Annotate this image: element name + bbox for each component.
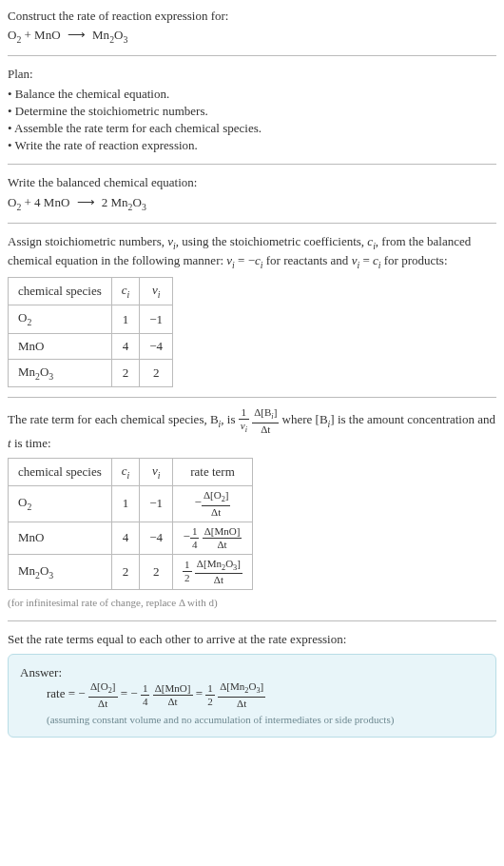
cell-species: O2 xyxy=(9,486,112,522)
cell-rate: −14 Δ[MnO]Δt xyxy=(173,522,253,554)
balanced-section: Write the balanced chemical equation: O2… xyxy=(8,174,496,212)
plan-list: Balance the chemical equation. Determine… xyxy=(8,86,496,155)
cell-c: 2 xyxy=(111,554,140,590)
cell-species: O2 xyxy=(9,305,112,333)
unbalanced-equation: O2 + MnO ⟶ Mn2O3 xyxy=(8,27,496,46)
stoich-table: chemical species ci νi O2 1 −1 MnO 4 −4 … xyxy=(8,277,173,387)
col-nu: νi xyxy=(140,458,173,485)
divider xyxy=(8,164,496,165)
cell-nu: −4 xyxy=(140,333,173,359)
divider xyxy=(8,620,496,621)
cell-c: 1 xyxy=(111,305,140,333)
rateterm-intro: The rate term for each chemical species,… xyxy=(8,407,496,452)
fraction: Δ[Bi]Δt xyxy=(252,407,279,435)
cell-rate: 12 Δ[Mn2O3]Δt xyxy=(173,554,253,590)
col-species: chemical species xyxy=(9,458,112,485)
reaction-arrow-icon: ⟶ xyxy=(73,194,99,211)
cell-c: 1 xyxy=(111,486,140,522)
divider xyxy=(8,223,496,224)
cell-species: MnO xyxy=(9,522,112,554)
rate-expression: rate = − Δ[O2]Δt = − 14 Δ[MnO]Δt = 12 Δ[… xyxy=(47,681,484,709)
cell-c: 2 xyxy=(111,359,140,386)
plan-title: Plan: xyxy=(8,66,496,83)
rateterm-section: The rate term for each chemical species,… xyxy=(8,407,496,611)
balanced-equation: O2 + 4 MnO ⟶ 2 Mn2O3 xyxy=(8,194,496,213)
table-row: Mn2O3 2 2 xyxy=(9,359,173,386)
final-intro: Set the rate terms equal to each other t… xyxy=(8,631,496,648)
reaction-arrow-icon: ⟶ xyxy=(64,27,89,44)
fraction: 1νi xyxy=(239,407,249,435)
table-row: MnO 4 −4 −14 Δ[MnO]Δt xyxy=(9,522,253,554)
col-rate: rate term xyxy=(173,458,253,485)
table-row: O2 1 −1 −Δ[O2]Δt xyxy=(9,486,253,522)
table-row: O2 1 −1 xyxy=(9,305,173,333)
plan-item: Balance the chemical equation. xyxy=(8,86,496,103)
rateterm-table: chemical species ci νi rate term O2 1 −1… xyxy=(8,458,253,590)
cell-species: MnO xyxy=(9,333,112,359)
col-species: chemical species xyxy=(9,278,112,305)
answer-box: Answer: rate = − Δ[O2]Δt = − 14 Δ[MnO]Δt… xyxy=(8,654,496,738)
stoich-section: Assign stoichiometric numbers, νi, using… xyxy=(8,233,496,387)
table-row: Mn2O3 2 2 12 Δ[Mn2O3]Δt xyxy=(9,554,253,590)
cell-c: 4 xyxy=(111,522,140,554)
plan-item: Assemble the rate term for each chemical… xyxy=(8,120,496,137)
table-header-row: chemical species ci νi rate term xyxy=(9,458,253,485)
divider xyxy=(8,55,496,56)
stoich-intro: Assign stoichiometric numbers, νi, using… xyxy=(8,233,496,271)
cell-nu: 2 xyxy=(140,359,173,386)
cell-nu: −1 xyxy=(140,305,173,333)
cell-species: Mn2O3 xyxy=(9,554,112,590)
col-c: ci xyxy=(111,458,140,485)
final-section: Set the rate terms equal to each other t… xyxy=(8,631,496,738)
prompt-section: Construct the rate of reaction expressio… xyxy=(8,8,496,46)
divider xyxy=(8,397,496,398)
cell-species: Mn2O3 xyxy=(9,359,112,386)
table-row: MnO 4 −4 xyxy=(9,333,173,359)
plan-section: Plan: Balance the chemical equation. Det… xyxy=(8,66,496,154)
rate-footnote: (for infinitesimal rate of change, repla… xyxy=(8,596,496,610)
cell-nu: 2 xyxy=(140,554,173,590)
balanced-title: Write the balanced chemical equation: xyxy=(8,174,496,191)
cell-nu: −4 xyxy=(140,522,173,554)
prompt-text: Construct the rate of reaction expressio… xyxy=(8,8,496,25)
plan-item: Determine the stoichiometric numbers. xyxy=(8,103,496,120)
cell-nu: −1 xyxy=(140,486,173,522)
table-header-row: chemical species ci νi xyxy=(9,278,173,305)
answer-note: (assuming constant volume and no accumul… xyxy=(47,713,484,727)
cell-c: 4 xyxy=(111,333,140,359)
answer-label: Answer: xyxy=(20,664,484,681)
col-nu: νi xyxy=(140,278,173,305)
plan-item: Write the rate of reaction expression. xyxy=(8,137,496,154)
col-c: ci xyxy=(111,278,140,305)
cell-rate: −Δ[O2]Δt xyxy=(173,486,253,522)
